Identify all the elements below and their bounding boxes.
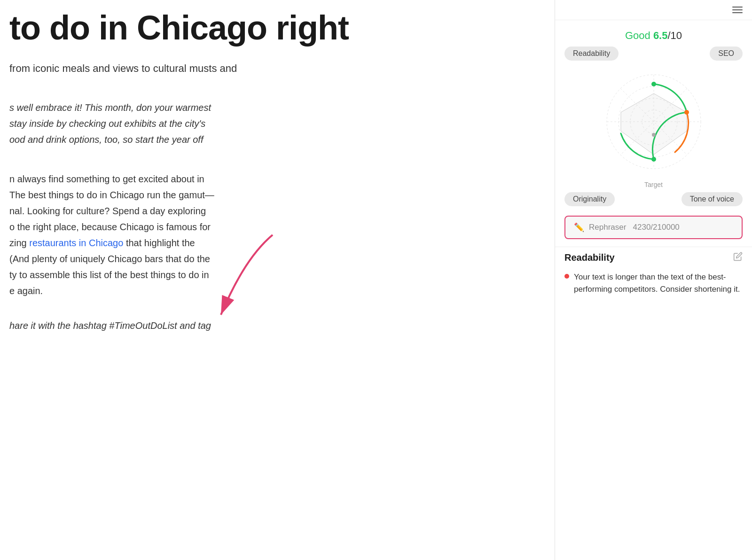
score-section: Good 6.5/10: [555, 20, 752, 47]
tone-of-voice-pill: Tone of voice: [682, 192, 743, 206]
sidebar-top-bar: [555, 0, 752, 20]
radar-chart: [555, 61, 752, 183]
rephraser-label: Rephraser 4230/210000: [589, 223, 680, 232]
svg-marker-9: [621, 93, 687, 155]
analysis-sidebar: Good 6.5/10 Readability SEO: [555, 0, 752, 560]
seo-pill: SEO: [710, 47, 743, 61]
svg-point-13: [652, 133, 656, 137]
target-label: Target: [555, 181, 752, 188]
radar-top-labels: Readability SEO: [555, 47, 752, 61]
score-section-label: Good 6.5/10: [625, 30, 682, 41]
rephraser-text-label: Rephraser: [589, 223, 626, 232]
score-good-text: Good: [625, 30, 650, 41]
rephraser-icon: ✏️: [574, 222, 584, 233]
radar-bottom-labels: Originality Tone of voice: [555, 192, 752, 206]
article-footer: hare it with the hashtag #TimeOutDoList …: [9, 318, 536, 334]
article-title: to do in Chicago right: [9, 9, 536, 47]
svg-point-10: [651, 82, 656, 86]
svg-point-12: [651, 157, 656, 162]
article-subtitle: from iconic meals and views to cultural …: [9, 61, 536, 76]
readability-item-text: Your text is longer than the text of the…: [574, 271, 743, 295]
rephraser-section: ✏️ Rephraser 4230/210000: [555, 212, 752, 247]
readability-label-top: Readability: [564, 47, 654, 61]
score-total: /10: [667, 30, 682, 41]
originality-pill: Originality: [564, 192, 615, 206]
readability-dot: [564, 274, 569, 279]
readability-edit-icon[interactable]: [733, 252, 743, 264]
menu-icon[interactable]: [730, 5, 744, 15]
originality-label: Originality: [564, 192, 654, 206]
svg-point-11: [684, 110, 689, 115]
seo-label-top: SEO: [654, 47, 743, 61]
article-body-text-1: n always find something to get excited a…: [9, 174, 214, 248]
tone-of-voice-label: Tone of voice: [654, 192, 743, 206]
readability-analysis-section: Readability Your text is longer than the…: [555, 247, 752, 303]
article-body-italic: s well embrace it! This month, don your …: [9, 100, 536, 148]
readability-pill: Readability: [564, 47, 619, 61]
article-body-main: n always find something to get excited a…: [9, 171, 536, 299]
rephraser-bar[interactable]: ✏️ Rephraser 4230/210000: [564, 216, 743, 239]
radar-svg: [588, 65, 720, 178]
readability-section-title: Readability: [564, 252, 615, 263]
rephraser-count: 4230/210000: [633, 223, 680, 232]
score-number: 6.5: [653, 30, 668, 41]
readability-header: Readability: [564, 252, 743, 264]
article-content: to do in Chicago right from iconic meals…: [0, 0, 555, 560]
readability-item-1: Your text is longer than the text of the…: [564, 271, 743, 295]
chicago-restaurants-link[interactable]: restaurants in Chicago: [29, 238, 123, 248]
